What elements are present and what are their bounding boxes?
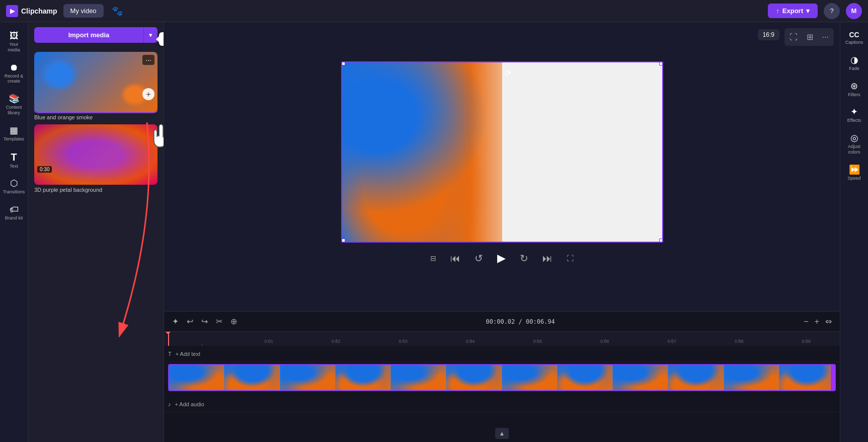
ruler-tick-9: 0:09 <box>773 339 840 344</box>
captions-button[interactable]: ⊟ <box>427 251 439 265</box>
filters-icon: ⊛ <box>850 82 858 91</box>
text-track-icon: T <box>168 351 172 357</box>
media-item-petal[interactable]: 0:30 3D purple petal background <box>34 124 157 194</box>
sidebar-item-transitions[interactable]: ⬡ Transitions <box>2 175 26 199</box>
skip-back-button[interactable]: ⏮ <box>447 250 463 267</box>
sidebar-item-label-brand-kit: Brand kit <box>5 215 23 221</box>
track-frame-10 <box>668 365 724 390</box>
center-area: 16:9 ⛶ ⊞ ··· ⟳ ⊟ ⏮ ↺ ▶ ↻ <box>164 22 840 442</box>
add-audio-label: + Add audio <box>175 401 204 407</box>
avatar[interactable]: M <box>846 3 862 19</box>
video-preview <box>341 61 663 243</box>
import-media-button[interactable]: Import media <box>34 27 143 43</box>
media-item-smoke[interactable]: ··· ＋ Blue and orange smoke <box>34 52 157 121</box>
help-button[interactable]: ? <box>824 3 840 19</box>
media-panel: Import media ▾ ··· ＋ Blue and orange smo… <box>28 22 164 442</box>
crop-button[interactable]: ⛶ <box>786 30 801 44</box>
zoom-in-button[interactable]: + <box>813 315 821 328</box>
sidebar-item-label-transitions: Transitions <box>3 189 25 195</box>
text-icon: T <box>11 152 17 162</box>
timeline-expand-button[interactable]: ▲ <box>495 428 509 439</box>
sidebar-item-templates[interactable]: ▦ Templates <box>2 122 26 146</box>
rewind-button[interactable]: ↺ <box>471 249 486 267</box>
track-frame-5 <box>391 365 446 390</box>
video-track-container <box>168 364 836 394</box>
fullscreen-button[interactable]: ⛶ <box>564 251 577 265</box>
sidebar-item-your-media[interactable]: 🖼 Your media <box>2 27 26 57</box>
media-item-title-petal: 3D purple petal background <box>34 185 157 194</box>
sidebar-item-content-library[interactable]: 📚 Contentlibrary <box>2 90 26 120</box>
video-track[interactable] <box>168 364 836 391</box>
app-logo: ▶ Clipchamp <box>6 5 57 17</box>
add-audio-track[interactable]: ♪ + Add audio <box>164 396 840 412</box>
sidebar-item-text[interactable]: T Text <box>2 148 26 173</box>
sidebar-item-record-create[interactable]: ⏺ Record &create <box>2 59 26 89</box>
preview-area: 16:9 ⛶ ⊞ ··· ⟳ ⊟ ⏮ ↺ ▶ ↻ <box>164 22 840 311</box>
sidebar-item-label-speed: Speed <box>847 176 860 181</box>
sidebar-item-filters[interactable]: ⊛ Filters <box>842 78 866 102</box>
smoke-thumbnail <box>34 52 157 112</box>
transitions-icon: ⬡ <box>10 179 18 188</box>
adjust-colors-icon: ◎ <box>850 133 858 142</box>
play-button[interactable]: ▶ <box>494 249 509 268</box>
sidebar-item-fade[interactable]: ◑ Fade <box>842 51 866 76</box>
media-grid: ··· ＋ Blue and orange smoke 0:30 3D purp… <box>28 48 164 198</box>
magic-edit-button[interactable]: ✦ <box>170 315 181 328</box>
main-content: 🖼 Your media ⏺ Record &create 📚 Contentl… <box>0 22 868 442</box>
sidebar-item-speed[interactable]: ⏩ Speed <box>842 161 866 185</box>
preview-icon-btn[interactable]: 🐾 <box>110 4 125 19</box>
corner-handle-br[interactable] <box>659 239 663 243</box>
audio-track-icon: ♪ <box>168 401 171 407</box>
more-options-button[interactable]: ··· <box>819 30 832 44</box>
sidebar-item-effects[interactable]: ✦ Effects <box>842 103 866 127</box>
media-item-add-button[interactable]: ＋ <box>142 88 154 100</box>
redo-button[interactable]: ↪ <box>199 315 210 328</box>
corner-handle-bl[interactable] <box>341 239 345 243</box>
logo-icon: ▶ <box>6 5 18 17</box>
add-text-label: + Add text <box>176 351 200 357</box>
media-item-more-button[interactable]: ··· <box>142 55 154 65</box>
fit-button[interactable]: ⊞ <box>804 30 816 44</box>
fast-forward-button[interactable]: ↻ <box>517 249 531 267</box>
media-item-duration: 0:30 <box>37 166 52 173</box>
ruler-track: 0:01 0:02 0:03 0:04 0:05 0:06 0:07 0:08 … <box>168 339 840 344</box>
ruler-tick-7: 0:07 <box>639 339 706 344</box>
project-title-btn[interactable]: My video <box>63 4 104 18</box>
playback-controls: ⊟ ⏮ ↺ ▶ ↻ ⏭ ⛶ <box>427 243 577 272</box>
add-to-timeline-tooltip: Add to timeline <box>159 32 164 46</box>
track-frame-11 <box>724 365 779 390</box>
cut-button[interactable]: ✂ <box>214 315 224 328</box>
undo-button[interactable]: ↩ <box>185 315 195 328</box>
sidebar-item-label-effects: Effects <box>847 118 861 123</box>
track-frame-12 <box>779 365 835 390</box>
skip-forward-button[interactable]: ⏭ <box>539 250 556 267</box>
track-frame-9 <box>613 365 668 390</box>
sidebar-item-brand-kit[interactable]: 🏷 Brand kit <box>2 201 26 225</box>
export-button[interactable]: ↑ Export ▾ <box>768 4 818 18</box>
fit-timeline-button[interactable]: ⇔ <box>823 315 834 328</box>
sidebar-item-label-content: Contentlibrary <box>6 105 22 116</box>
ruler-tick-5: 0:05 <box>504 339 572 344</box>
speed-icon: ⏩ <box>849 165 860 174</box>
sidebar-item-adjust-colors[interactable]: ◎ Adjustcolors <box>842 129 866 159</box>
ruler-tick-1: 0:01 <box>235 339 303 344</box>
copy-button[interactable]: ⊕ <box>228 315 239 328</box>
corner-handle-tr[interactable] <box>659 61 663 65</box>
timeline-area: ✦ ↩ ↪ ✂ ⊕ 00:00.02 / 00:06.94 − + ⇔ 0:01 <box>164 311 840 442</box>
sidebar-item-label-your-media: Your media <box>4 42 24 53</box>
effects-icon: ✦ <box>850 107 858 116</box>
import-media-arrow-button[interactable]: ▾ <box>143 27 157 43</box>
sidebar-item-label-record: Record &create <box>5 73 24 85</box>
track-end-handle[interactable] <box>831 365 835 390</box>
track-frame-8 <box>558 365 613 390</box>
sidebar-item-captions[interactable]: CC Captions <box>842 27 866 49</box>
add-text-track[interactable]: T + Add text <box>164 346 840 362</box>
sidebar-item-label-captions: Captions <box>845 40 863 45</box>
zoom-out-button[interactable]: − <box>802 315 810 328</box>
corner-handle-tl[interactable] <box>341 61 345 65</box>
track-frame-6 <box>446 365 502 390</box>
export-chevron: ▾ <box>806 7 810 15</box>
media-panel-header: Import media ▾ <box>28 22 164 48</box>
timeline-tracks: T + Add text <box>164 346 840 425</box>
rotation-handle[interactable]: ⟳ <box>505 68 511 78</box>
